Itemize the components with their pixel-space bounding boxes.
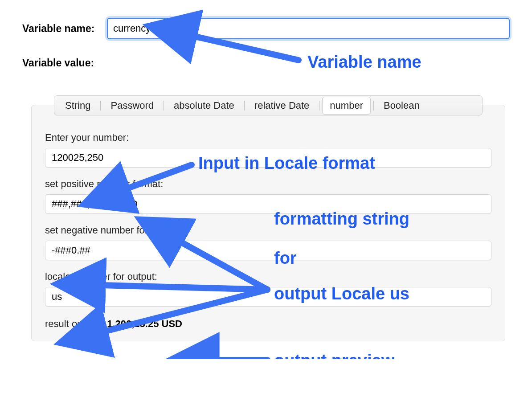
locale-identifier-label: locale identifier for output:: [45, 271, 491, 282]
arrow-variable-name-icon: [192, 36, 299, 60]
tab-bar: String Password absolute Date relative D…: [54, 95, 483, 115]
tab-number[interactable]: number: [322, 97, 371, 115]
annotation-output-preview: output preview: [274, 351, 394, 359]
tab-absolute-date[interactable]: absolute Date: [167, 97, 241, 114]
result-output-label: result output:: [45, 318, 102, 330]
value-panel: String Password absolute Date relative D…: [31, 105, 505, 341]
enter-number-label: Enter your number:: [45, 132, 491, 143]
positive-format-label: set positive number format:: [45, 178, 491, 190]
tab-password[interactable]: Password: [103, 97, 161, 114]
variable-name-label: Variable name:: [22, 23, 107, 35]
tab-separator: [164, 101, 164, 111]
variable-value-label: Variable value:: [22, 57, 510, 69]
tab-separator: [100, 101, 101, 111]
locale-identifier-input[interactable]: [45, 287, 491, 307]
tab-separator: [319, 101, 319, 111]
tab-string[interactable]: String: [58, 97, 98, 114]
positive-format-input[interactable]: [45, 194, 491, 214]
variable-name-input[interactable]: [107, 18, 510, 39]
tab-boolean[interactable]: Boolean: [376, 97, 427, 114]
negative-format-label: set negative number format:: [45, 225, 491, 236]
tab-separator: [244, 101, 245, 111]
enter-number-input[interactable]: [45, 148, 491, 168]
tab-separator: [373, 101, 374, 111]
result-output-value: 1,200,25.25 USD: [107, 318, 182, 330]
negative-format-input[interactable]: [45, 241, 491, 260]
tab-relative-date[interactable]: relative Date: [247, 97, 317, 114]
